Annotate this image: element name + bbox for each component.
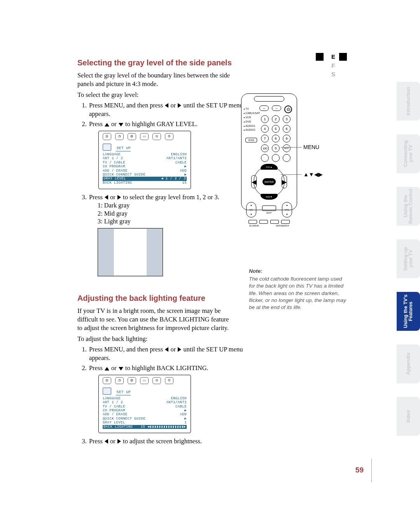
triangle-left-icon — [105, 439, 108, 444]
page-rule — [371, 459, 372, 482]
osd-setup-back-lighting: ⊞ ◔ ✿ ▭ ⧉ ⚙ SET UP LANGUAGEENGLISH ANT 1… — [98, 375, 191, 433]
tab-remote: Using theRemote Control — [397, 187, 420, 226]
triangle-down-icon — [119, 367, 123, 370]
language-indicator: E F S — [316, 53, 351, 79]
callout-arrows: ▲▼◀▶ — [303, 171, 323, 177]
triangle-right-icon — [178, 103, 181, 108]
gray-option-2: 2: Mid gray — [98, 210, 245, 218]
triangle-up-icon — [105, 123, 109, 126]
triangle-left-icon — [165, 347, 168, 352]
osd-tab-icon: ⚙ — [165, 133, 173, 140]
dpad-right-icon: ▶ — [282, 175, 287, 188]
tab-introduction: Introduction — [397, 82, 420, 121]
gray-level-illustration — [98, 228, 163, 276]
dpad-left-icon: ◀ — [251, 175, 257, 188]
osd-tab-icon: ▭ — [140, 133, 149, 140]
remote-button: – — [259, 105, 269, 111]
remote-small — [272, 154, 280, 162]
osd-tab-icon: ▭ — [140, 377, 149, 384]
power-button: ⏻ — [284, 105, 292, 113]
remote-button: – — [272, 105, 281, 111]
triangle-left-icon — [165, 103, 168, 108]
section2-intro: If your TV is in a bright room, the scre… — [77, 307, 234, 343]
page-number: 59 — [355, 466, 364, 474]
remote-small — [261, 154, 269, 162]
osd-tab-icon: ◔ — [115, 377, 124, 384]
tab-appendix: Appendix — [397, 344, 420, 383]
osd-crt-icon — [103, 144, 111, 151]
section-heading-gray-level: Selecting the gray level of the side pan… — [77, 58, 420, 67]
section1-intro: Select the gray level of the boundary li… — [77, 71, 234, 99]
remote-wide-button — [262, 205, 276, 211]
gray-option-1: 1: Dark gray — [98, 202, 245, 210]
triangle-right-icon — [178, 347, 181, 352]
osd-crt-icon — [103, 388, 111, 395]
section2-steps: Press MENU, and then press or until the … — [88, 345, 245, 445]
osd-tab-icon: ⧉ — [152, 133, 161, 140]
triangle-up-icon — [105, 367, 109, 370]
section1-steps: Press MENU, and then press or until the … — [88, 101, 245, 276]
osd-tab-icon: ⧉ — [152, 377, 161, 384]
osd-setup-gray-level: ⊞ ◔ ✿ ▭ ⧉ ⚙ SET UP LANGUAGEENGLISH ANT 1… — [98, 131, 191, 189]
osd-tab-icon: ⊞ — [103, 133, 111, 140]
remote-illustration: TVCABLE/SAT VCRDVD AUDIO1AUDIO2 MODE ––⏻… — [241, 93, 297, 210]
side-tabs: Introduction Connectingyour TV Using the… — [397, 82, 420, 436]
triangle-right-icon — [117, 439, 121, 444]
callout-menu: MENU — [303, 144, 319, 150]
remote-small — [283, 154, 290, 162]
tab-connecting: Connectingyour TV — [397, 134, 420, 173]
osd-tab-icon: ⊞ — [103, 377, 111, 384]
triangle-right-icon — [117, 195, 121, 200]
osd-tab-icon: ◔ — [115, 133, 124, 140]
note-block: Note: The cold cathode fluorescent lamp … — [249, 268, 349, 311]
tab-using-features: Using the TV'sFeatures — [397, 292, 420, 331]
osd-tab-icon: ✿ — [128, 377, 136, 384]
tab-setting-up: Setting upyour TV — [397, 239, 420, 278]
gray-option-3: 3: Light gray — [98, 218, 245, 226]
osd-tab-icon: ⚙ — [165, 377, 173, 384]
tab-index: Index — [397, 397, 420, 436]
osd-tab-icon: ✿ — [128, 133, 136, 140]
remote-dpad: FAV▲ ◀ ▶ ENTER FAV▼ — [251, 164, 287, 200]
triangle-left-icon — [105, 195, 108, 200]
triangle-down-icon — [119, 123, 123, 126]
